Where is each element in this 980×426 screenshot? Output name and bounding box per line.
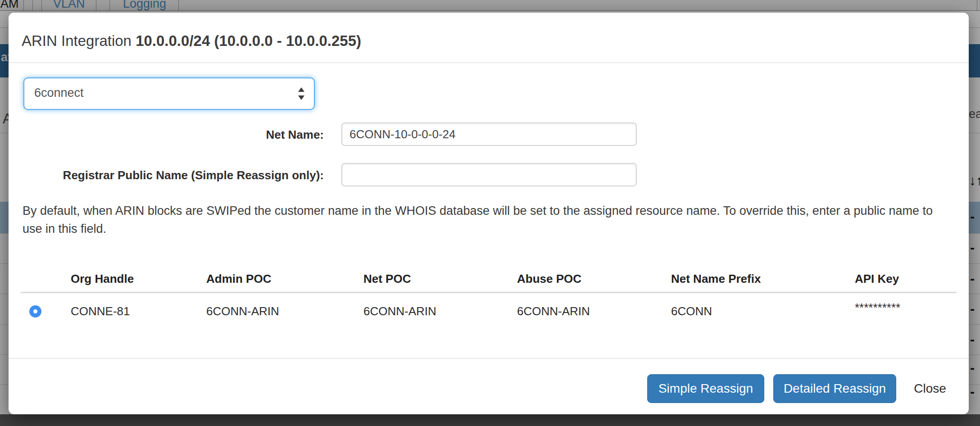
column-header-net-name-prefix: Net Name Prefix [671, 272, 761, 286]
cell-net-poc: 6CONN-ARIN [363, 304, 436, 318]
cell-net-name-prefix: 6CONN [671, 304, 712, 318]
registrar-public-name-input[interactable] [341, 163, 637, 186]
cell-abuse-poc: 6CONN-ARIN [517, 304, 590, 318]
net-name-label: Net Name: [9, 128, 324, 142]
detailed-reassign-button[interactable]: Detailed Reassign [773, 374, 896, 403]
select-stepper-icon [298, 86, 305, 101]
column-header-net-poc: Net POC [363, 272, 411, 286]
column-header-abuse-poc: Abuse POC [517, 272, 581, 286]
integration-select[interactable]: 6connect [23, 77, 315, 110]
registrar-public-name-label: Registrar Public Name (Simple Reassign o… [9, 168, 324, 182]
cell-org-handle: CONNE-81 [71, 304, 130, 318]
column-header-api-key: API Key [855, 272, 899, 286]
column-header-admin-poc: Admin POC [206, 272, 271, 286]
table-header-divider [21, 292, 957, 293]
cell-api-key: ********** [855, 301, 900, 315]
modal-title-prefix: ARIN Integration [22, 32, 136, 49]
modal-footer-divider [9, 358, 969, 359]
column-header-org-handle: Org Handle [71, 272, 134, 286]
radio-dot [33, 309, 37, 313]
modal-header-divider [9, 62, 969, 63]
screen: AM VLAN Logging at A ea ↓↑ - - - [0, 0, 980, 426]
modal-title-range: 10.0.0.0/24 (10.0.0.0 - 10.0.0.255) [136, 32, 361, 49]
net-name-input[interactable] [341, 122, 637, 146]
org-radio-selected[interactable] [29, 305, 41, 317]
modal-title: ARIN Integration 10.0.0.0/24 (10.0.0.0 -… [22, 32, 361, 50]
cell-admin-poc: 6CONN-ARIN [206, 304, 279, 318]
arin-integration-modal: ARIN Integration 10.0.0.0/24 (10.0.0.0 -… [9, 13, 969, 414]
simple-reassign-button[interactable]: Simple Reassign [647, 374, 764, 403]
integration-select-value: 6connect [34, 86, 84, 100]
close-button[interactable]: Close [907, 374, 953, 403]
swip-description: By default, when ARIN blocks are SWIPed … [23, 202, 950, 238]
